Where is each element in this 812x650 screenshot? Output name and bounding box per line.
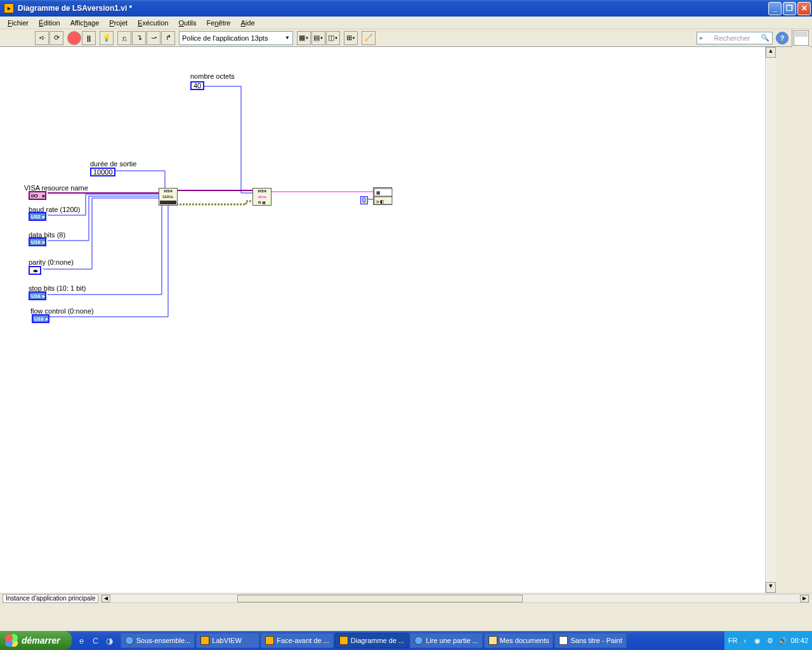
maximize-button[interactable]: ❐ xyxy=(783,2,796,15)
search-placeholder: Rechercher xyxy=(714,34,750,42)
system-tray[interactable]: FR ‹ ◉ ⚙ 🔊 08:42 xyxy=(724,631,812,650)
toolbar: ➪ ⟳ || 💡 ⎌ ↴ ⤻ ↱ Police de l'application… xyxy=(0,29,812,47)
align-button[interactable]: ▦▼ xyxy=(297,31,311,45)
constant-zero[interactable]: 0 xyxy=(360,196,368,204)
vertical-scrollbar[interactable]: ▲ ▼ xyxy=(765,47,776,593)
task-paint[interactable]: Sans titre - Paint xyxy=(554,633,626,648)
highlight-button[interactable]: 💡 xyxy=(100,31,114,45)
node-output[interactable]: ▦⊳◧ xyxy=(373,187,392,205)
retain-wire-button[interactable]: ⎌ xyxy=(117,31,131,45)
abort-button[interactable] xyxy=(67,31,81,45)
task-mes-documents[interactable]: Mes documents xyxy=(484,633,554,648)
scroll-down-button[interactable]: ▼ xyxy=(766,582,776,593)
task-labview[interactable]: LabVIEW xyxy=(196,633,259,648)
task-lire-partie[interactable]: Lire une partie ... xyxy=(410,633,483,648)
ql-explorer-icon[interactable]: C xyxy=(89,633,102,647)
terminal-flow-control[interactable]: U16▸ xyxy=(32,314,49,323)
start-button[interactable]: démarrer xyxy=(0,631,72,650)
svg-text:⊳◧: ⊳◧ xyxy=(376,199,384,204)
scroll-right-button[interactable]: ▶ xyxy=(800,595,809,602)
terminal-parity[interactable]: ◂▸ xyxy=(29,266,41,275)
canvas-wrap: nombre octets 40 durée de sortie 10000 V… xyxy=(0,47,812,593)
taskbar: démarrer e C ◑ Sous-ensemble... LabVIEW … xyxy=(0,631,812,650)
label-duree-sortie: durée de sortie xyxy=(90,160,136,168)
menu-fichier[interactable]: Fichier xyxy=(3,18,34,28)
visa-serial-label: VISA xyxy=(160,189,176,193)
label-nombre-octets: nombre octets xyxy=(190,72,235,80)
scroll-left-button[interactable]: ◀ xyxy=(102,595,110,602)
terminal-visa-resource[interactable]: I/O▸ xyxy=(29,191,46,200)
quick-launch: e C ◑ xyxy=(75,633,116,647)
help-button[interactable]: ? xyxy=(776,32,789,44)
title-bar: ▸ Diagramme de LSAversion1.vi * _ ❐ ✕ xyxy=(0,0,812,17)
menu-aide[interactable]: Aide xyxy=(236,18,260,28)
resize-button[interactable]: ◫▼ xyxy=(326,31,340,45)
window-title: Diagramme de LSAversion1.vi * xyxy=(16,4,768,13)
status-bar: Instance d'application principale ◀ ▶ xyxy=(0,593,812,603)
reorder-button[interactable]: ⊞▼ xyxy=(344,31,358,45)
distribute-button[interactable]: ▤▼ xyxy=(311,31,325,45)
scroll-up-button[interactable]: ▲ xyxy=(766,47,776,58)
tray-expand-icon[interactable]: ‹ xyxy=(740,635,750,646)
block-diagram-canvas[interactable]: nombre octets 40 durée de sortie 10000 V… xyxy=(0,47,765,593)
step-out-button[interactable]: ↱ xyxy=(161,31,175,45)
horizontal-scrollbar[interactable]: ◀ ▶ xyxy=(101,594,809,603)
search-icon: 🔍 xyxy=(761,34,769,42)
menu-outils[interactable]: Outils xyxy=(173,18,201,28)
close-button[interactable]: ✕ xyxy=(797,2,811,15)
menu-affichage[interactable]: Affichage xyxy=(65,18,105,28)
search-box[interactable]: ▸ Rechercher 🔍 xyxy=(697,32,773,44)
task-face-avant[interactable]: Face-avant de ... xyxy=(261,633,334,648)
node-visa-read[interactable]: VISA abc◂ R ▦ xyxy=(252,188,272,206)
ql-desktop-icon[interactable]: ◑ xyxy=(103,633,116,647)
node-visa-serial-config[interactable]: VISA SERIAL xyxy=(159,188,178,206)
cleanup-button[interactable]: 🧹 xyxy=(362,31,376,45)
scroll-thumb[interactable] xyxy=(237,595,523,602)
task-sous-ensemble[interactable]: Sous-ensemble... xyxy=(121,633,195,648)
terminal-stop-bits[interactable]: U16▸ xyxy=(29,291,46,300)
status-instance: Instance d'application principale xyxy=(3,594,98,603)
tray-icon-1[interactable]: ◉ xyxy=(752,635,763,646)
minimize-button[interactable]: _ xyxy=(768,2,782,15)
control-duree-sortie[interactable]: 10000 xyxy=(90,168,115,176)
tray-icon-2[interactable]: ⚙ xyxy=(765,635,775,646)
tray-volume-icon[interactable]: 🔊 xyxy=(778,635,788,646)
pause-button[interactable]: || xyxy=(82,31,96,45)
label-parity: parity (0:none) xyxy=(29,258,74,266)
menu-projet[interactable]: Projet xyxy=(104,18,133,28)
task-diagramme[interactable]: Diagramme de ... xyxy=(335,633,409,648)
font-label: Police de l'application 13pts xyxy=(182,34,268,42)
menu-fenetre[interactable]: Fenêtre xyxy=(202,18,236,28)
svg-rect-1 xyxy=(795,32,808,37)
terminal-baud-rate[interactable]: U32▸ xyxy=(29,212,46,221)
scroll-track[interactable] xyxy=(766,58,776,582)
tray-clock[interactable]: 08:42 xyxy=(790,637,808,644)
menu-execution[interactable]: Exécution xyxy=(133,18,173,28)
step-into-button[interactable]: ↴ xyxy=(132,31,146,45)
vi-icon[interactable] xyxy=(792,29,809,47)
svg-text:▦: ▦ xyxy=(376,190,381,195)
ql-ie-icon[interactable]: e xyxy=(75,633,88,647)
step-over-button[interactable]: ⤻ xyxy=(147,31,160,45)
run-continuous-button[interactable]: ⟳ xyxy=(49,31,63,45)
run-button[interactable]: ➪ xyxy=(35,31,49,45)
tray-language[interactable]: FR xyxy=(728,637,738,644)
font-select[interactable]: Police de l'application 13pts ▼ xyxy=(179,31,293,45)
control-nombre-octets[interactable]: 40 xyxy=(190,81,204,90)
menu-bar: Fichier Édition Affichage Projet Exécuti… xyxy=(0,17,812,29)
menu-edition[interactable]: Édition xyxy=(34,18,65,28)
visa-read-label: VISA xyxy=(254,189,270,193)
chevron-down-icon: ▼ xyxy=(285,35,290,41)
terminal-data-bits[interactable]: U16▸ xyxy=(29,237,46,246)
app-icon: ▸ xyxy=(4,3,14,13)
